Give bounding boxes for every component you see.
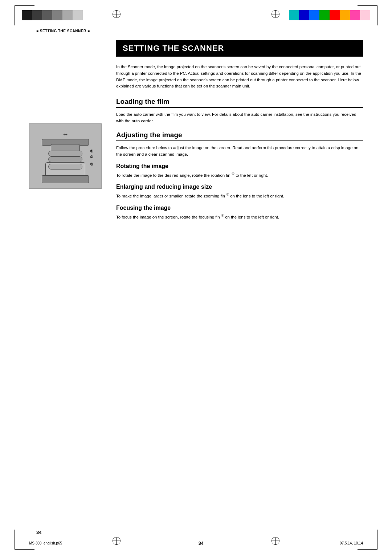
scanner-diagram: ↔ ① ② ③ <box>29 123 109 189</box>
focusing-text: To focus the image on the screen, rotate… <box>116 213 363 221</box>
footer-file: MS 300_english.p65 <box>29 541 62 545</box>
page-number: 34 <box>198 540 203 546</box>
adjusting-image-heading: Adjusting the image <box>116 131 363 141</box>
page-title-box: SETTING THE SCANNER <box>116 40 363 57</box>
scanner-image: ↔ ① ② ③ <box>29 123 102 189</box>
footer-date: 07.5.14, 10.14 <box>340 541 363 545</box>
reg-mark-top <box>113 10 121 18</box>
arrow-icon: ↔ <box>34 131 96 138</box>
footer: MS 300_english.p65 34 07.5.14, 10.14 <box>29 538 363 546</box>
page-title: SETTING THE SCANNER <box>123 44 356 53</box>
reg-mark-top-right <box>271 10 279 18</box>
header-label: ■ SETTING THE SCANNER ■ <box>36 29 90 33</box>
page-number-left: 34 <box>36 530 41 535</box>
adjusting-image-text: Follow the procedure below to adjust the… <box>116 145 363 158</box>
intro-text: In the Scanner mode, the image projected… <box>116 64 363 90</box>
enlarging-text: To make the image larger or smaller, rot… <box>116 192 363 200</box>
focusing-heading: Focusing the image <box>116 205 363 211</box>
rotating-image-text: To rotate the image to the desired angle… <box>116 172 363 179</box>
main-content: SETTING THE SCANNER In the Scanner mode,… <box>116 40 363 519</box>
color-bar-right <box>289 10 370 20</box>
loading-film-text: Load the auto carrier with the film you … <box>116 111 363 125</box>
color-bar-left <box>22 10 83 20</box>
loading-film-heading: Loading the film <box>116 98 363 108</box>
rotating-image-heading: Rotating the image <box>116 163 363 170</box>
enlarging-heading: Enlarging and reducing image size <box>116 184 363 190</box>
